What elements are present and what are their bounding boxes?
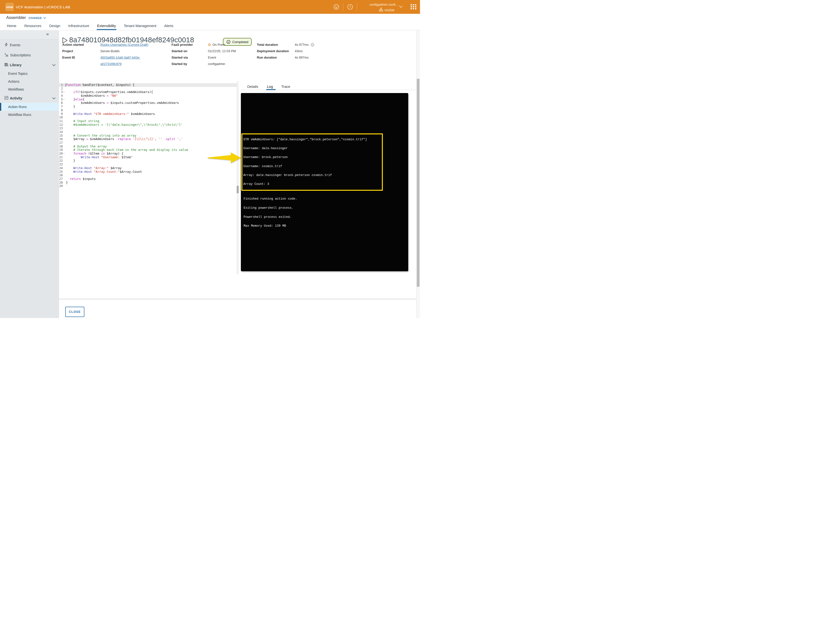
- line-number: 9: [58, 112, 63, 116]
- metadata-value: Rocky-Usernames (Current Draft): [100, 43, 148, 49]
- gutter-spacer: [63, 170, 65, 174]
- highlight-arrow: [207, 152, 242, 165]
- metadata-text: 4s 977ms: [295, 43, 308, 46]
- tab-home[interactable]: Home: [7, 24, 16, 30]
- metadata-label: Started via: [172, 55, 208, 62]
- editor-scrollbar-track[interactable]: [237, 81, 238, 274]
- metadata-values: Event: [208, 55, 216, 62]
- sidebar-item-library[interactable]: Library: [0, 60, 59, 70]
- sidebar-item-subscriptions[interactable]: Subscriptions: [0, 50, 59, 60]
- page-scrollbar-thumb[interactable]: [417, 79, 420, 287]
- sidebar-nav: EventsSubscriptionsLibraryEvent TopicsAc…: [0, 40, 59, 119]
- gutter-spacer: [63, 119, 65, 123]
- sidebar-item-workflows[interactable]: Workflows: [0, 85, 59, 93]
- gutter-spacer: [63, 123, 65, 127]
- fold-toggle-icon[interactable]: ▾: [63, 98, 65, 101]
- code-line: function handler($context, $inputs) {: [66, 83, 237, 87]
- gutter-line: 20▾: [58, 152, 65, 155]
- line-number: 23: [58, 163, 63, 166]
- code-line: #$vmAdminUsers = '[\"dale.hassinger\",\"…: [66, 123, 237, 127]
- info-icon[interactable]: [311, 43, 314, 47]
- panel-tab-log[interactable]: Log: [267, 85, 273, 89]
- gutter-line: 23: [58, 163, 65, 166]
- sidebar-header: [0, 30, 59, 40]
- user-caret-icon[interactable]: [399, 5, 403, 9]
- sidebar-item-action-runs[interactable]: Action Runs: [0, 103, 59, 111]
- feedback-smiley-icon[interactable]: [333, 4, 339, 11]
- panel-tab-details[interactable]: Details: [247, 85, 258, 89]
- help-icon[interactable]: ?: [347, 4, 353, 11]
- fold-toggle-icon[interactable]: ▾: [63, 83, 65, 87]
- log-terminal: STR vmAdminUsers: ["dale.hassinger","bro…: [241, 93, 408, 271]
- metadata-values: 4s 897ms: [295, 55, 308, 62]
- log-highlight-box: STR vmAdminUsers: ["dale.hassinger","bro…: [242, 133, 383, 191]
- editor-scrollbar-thumb[interactable]: [237, 186, 238, 193]
- gutter-line: 26: [58, 174, 65, 177]
- line-number: 15: [58, 134, 63, 138]
- sidebar-collapse-button[interactable]: «: [46, 31, 49, 37]
- tab-tenant-management[interactable]: Tenant Management: [124, 24, 156, 30]
- metadata-link[interactable]: a0273169c979: [100, 62, 122, 66]
- sidebar-item-label: Event Topics: [8, 72, 28, 76]
- line-number: 22: [58, 159, 63, 163]
- metadata-label: Action started: [62, 43, 100, 49]
- log-line: Max Memory Used: 139 MB: [243, 221, 297, 231]
- metadata-text: Server-Builds: [100, 49, 120, 53]
- metadata-label: Project: [62, 49, 100, 55]
- metadata-link[interactable]: 4503a693-14a9-3a87-b42e-: [100, 55, 140, 59]
- fold-toggle-icon[interactable]: ▾: [63, 152, 65, 155]
- line-number: 10: [58, 115, 63, 119]
- tab-resources[interactable]: Resources: [24, 24, 41, 30]
- code-line: # Convert the string into an array: [66, 134, 237, 138]
- gutter-line: 27: [58, 177, 65, 181]
- gutter-line: 1▾: [58, 83, 65, 87]
- metadata-value: 43ms: [295, 49, 303, 55]
- sidebar-item-event-topics[interactable]: Event Topics: [0, 70, 59, 78]
- metadata-link[interactable]: Rocky-Usernames (Current Draft): [100, 43, 148, 46]
- metadata-text: Event: [208, 55, 216, 59]
- line-number: 25: [58, 170, 63, 174]
- user-menu[interactable]: configadmin confi...: [359, 3, 398, 6]
- code-line: [66, 87, 237, 90]
- log-line: Exiting powershell process.: [243, 204, 297, 213]
- fold-toggle-icon[interactable]: ▾: [63, 90, 65, 94]
- line-number: 4: [58, 94, 63, 98]
- app-switcher-icon[interactable]: [411, 4, 417, 11]
- log-line: Powershell process exited.: [243, 213, 297, 222]
- gutter-line: 14: [58, 130, 65, 134]
- vmware-logo: vmw: [5, 3, 14, 11]
- code-editor[interactable]: function handler($context, $inputs) { if…: [66, 83, 237, 188]
- editor-gutter: 1▾23▾45▾67891011121314151617181920▾21222…: [58, 83, 65, 188]
- metadata-text: configadmin: [208, 62, 225, 66]
- gutter-spacer: [63, 134, 65, 138]
- sidebar-item-activity[interactable]: Activity: [0, 93, 59, 103]
- line-number: 8: [58, 109, 63, 112]
- gear-icon: ⚙: [208, 43, 211, 46]
- line-number: 14: [58, 130, 63, 134]
- library-icon: [5, 63, 8, 67]
- metadata-label: Started on: [172, 49, 208, 55]
- sidebar-item-label: Action Runs: [8, 105, 27, 109]
- sidebar-item-actions[interactable]: Actions: [0, 78, 59, 85]
- gutter-spacer: [63, 181, 65, 185]
- gutter-spacer: [63, 145, 65, 149]
- sidebar-item-workflow-runs[interactable]: Workflow Runs: [0, 111, 59, 119]
- metadata-row: Event ID4503a693-14a9-3a87-b42e-a0273169…: [62, 55, 148, 68]
- chevron-down-icon: [52, 96, 55, 100]
- code-line: [66, 184, 237, 188]
- tab-alerts[interactable]: Alerts: [164, 24, 173, 30]
- tab-extensibility[interactable]: Extensibility: [97, 24, 116, 30]
- close-button[interactable]: CLOSE: [65, 307, 84, 317]
- sidebar-item-events[interactable]: Events: [0, 40, 59, 50]
- change-app-button[interactable]: CHANGE: [28, 16, 46, 19]
- tab-design[interactable]: Design: [49, 24, 60, 30]
- gutter-spacer: [63, 115, 65, 119]
- code-line: }else{: [66, 98, 237, 101]
- metadata-row: Total duration4s 977ms: [257, 43, 314, 49]
- sidebar-item-label: Workflow Runs: [8, 113, 31, 117]
- tab-infrastructure[interactable]: Infrastructure: [68, 24, 89, 30]
- panel-tab-trace[interactable]: Trace: [281, 85, 291, 89]
- gutter-line: 29: [58, 184, 65, 188]
- tenant-selector[interactable]: VAIDM: [379, 8, 394, 13]
- gutter-line: 19: [58, 148, 65, 152]
